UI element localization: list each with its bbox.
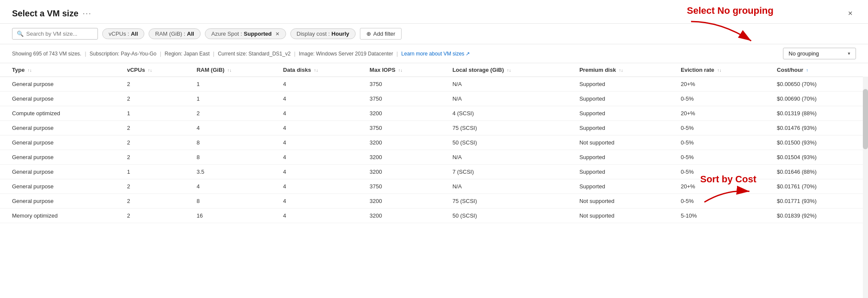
sep3: | [213,51,214,57]
cell-cost-hour: $0.01646 (88%) [774,165,868,179]
cell-type: General purpose [0,92,124,106]
cell-cost-hour: $0.01504 (93%) [774,150,868,165]
table-row[interactable]: Memory optimized2164320050 (SCSI)Not sup… [0,209,868,223]
cell-max-iops: 3750 [366,77,449,92]
vm-table-container: Type ↑↓ vCPUs ↑↓ RAM (GiB) ↑↓ Data disks… [0,63,868,298]
filter-pill-vcpus[interactable]: vCPUs : All [102,28,144,39]
cell-data-disks: 4 [280,135,366,150]
search-box[interactable]: 🔍 [12,28,98,40]
cell-max-iops: 3750 [366,92,449,106]
scrollbar-track[interactable] [863,63,868,298]
table-row[interactable]: General purpose2443750N/ASupported20+%$0… [0,179,868,194]
cell-premium-disk: Not supported [576,194,677,209]
learn-more-link[interactable]: Learn more about VM sizes ↗ [401,51,470,57]
cell-local-storage: 75 (SCSI) [449,121,576,135]
col-header-eviction-rate[interactable]: Eviction rate ↑↓ [677,63,774,77]
cell-eviction-rate: 0-5% [677,121,774,135]
cell-eviction-rate: 0-5% [677,194,774,209]
add-filter-button[interactable]: ⊕ Add filter [360,28,402,40]
cell-ram: 8 [193,135,280,150]
cell-premium-disk: Supported [576,92,677,106]
cell-premium-disk: Supported [576,77,677,92]
table-row[interactable]: General purpose13.5432007 (SCSI)Supporte… [0,165,868,179]
grouping-select[interactable]: No grouping ▾ [783,48,856,59]
col-header-type[interactable]: Type ↑↓ [0,63,124,77]
cell-vcpus: 1 [124,165,193,179]
table-row[interactable]: General purpose284320050 (SCSI)Not suppo… [0,135,868,150]
cell-vcpus: 1 [124,106,193,121]
cell-cost-hour: $0.01761 (70%) [774,179,868,194]
cell-ram: 4 [193,179,280,194]
pill-ram-key: RAM (GiB) : [155,31,185,37]
cell-ram: 8 [193,194,280,209]
sort-icon-premium-disk: ↑↓ [619,68,623,73]
col-header-premium-disk[interactable]: Premium disk ↑↓ [576,63,677,77]
filter-pill-display-cost[interactable]: Display cost : Hourly [290,28,356,39]
grouping-label: No grouping [789,50,819,57]
col-header-local-storage[interactable]: Local storage (GiB) ↑↓ [449,63,576,77]
cell-premium-disk: Supported [576,150,677,165]
table-row[interactable]: General purpose244375075 (SCSI)Supported… [0,121,868,135]
search-input[interactable] [26,31,93,37]
cell-ram: 2 [193,106,280,121]
col-header-max-iops[interactable]: Max IOPS ↑↓ [366,63,449,77]
table-row[interactable]: General purpose2843200N/ASupported0-5%$0… [0,150,868,165]
filter-pill-azure-spot[interactable]: Azure Spot : Supported ✕ [205,28,286,39]
cell-max-iops: 3200 [366,150,449,165]
table-row[interactable]: General purpose2143750N/ASupported20+%$0… [0,77,868,92]
cell-type: General purpose [0,150,124,165]
sep5: | [396,51,398,57]
cell-data-disks: 4 [280,179,366,194]
title-row: Select a VM size ··· [12,9,92,18]
sort-icon-local-storage: ↑↓ [507,68,511,73]
cell-type: Memory optimized [0,209,124,223]
cell-ram: 1 [193,77,280,92]
cell-premium-disk: Supported [576,106,677,121]
sep4: | [294,51,295,57]
table-header-row: Type ↑↓ vCPUs ↑↓ RAM (GiB) ↑↓ Data disks… [0,63,868,77]
sort-icon-type: ↑↓ [27,68,32,73]
cell-data-disks: 4 [280,106,366,121]
vm-size-panel: Select a VM size ··· × Select No groupin… [0,0,868,298]
cell-eviction-rate: 20+% [677,106,774,121]
info-image: Image: Windows Server 2019 Datacenter [299,51,393,57]
cell-data-disks: 4 [280,150,366,165]
col-header-vcpus[interactable]: vCPUs ↑↓ [124,63,193,77]
cell-local-storage: N/A [449,77,576,92]
sort-icon-eviction-rate: ↑↓ [717,68,722,73]
cell-vcpus: 2 [124,194,193,209]
cell-type: General purpose [0,194,124,209]
cell-ram: 1 [193,92,280,106]
cell-local-storage: 75 (SCSI) [449,194,576,209]
panel-dots-menu[interactable]: ··· [83,9,92,18]
cell-type: General purpose [0,135,124,150]
cell-max-iops: 3200 [366,209,449,223]
col-header-ram[interactable]: RAM (GiB) ↑↓ [193,63,280,77]
cell-type: General purpose [0,179,124,194]
col-header-cost-hour[interactable]: Cost/hour ↑ [774,63,868,77]
info-bar: Showing 695 of 743 VM sizes. | Subscript… [0,44,868,63]
cell-type: General purpose [0,77,124,92]
cell-data-disks: 4 [280,77,366,92]
table-row[interactable]: General purpose284320075 (SCSI)Not suppo… [0,194,868,209]
cell-cost-hour: $0.01500 (93%) [774,135,868,150]
cell-local-storage: N/A [449,179,576,194]
table-row[interactable]: General purpose2143750N/ASupported0-5%$0… [0,92,868,106]
pill-spot-remove[interactable]: ✕ [275,31,280,37]
filter-pill-ram[interactable]: RAM (GiB) : All [149,28,201,39]
col-header-data-disks[interactable]: Data disks ↑↓ [280,63,366,77]
cell-max-iops: 3750 [366,179,449,194]
scrollbar-thumb[interactable] [863,89,868,149]
table-row[interactable]: Compute optimized12432004 (SCSI)Supporte… [0,106,868,121]
cell-data-disks: 4 [280,209,366,223]
cell-vcpus: 2 [124,135,193,150]
sort-icon-max-iops: ↑↓ [398,68,402,73]
cell-max-iops: 3750 [366,121,449,135]
pill-vcpus-key: vCPUs : [109,31,129,37]
close-button[interactable]: × [844,8,856,19]
cell-eviction-rate: 0-5% [677,165,774,179]
cell-cost-hour: $0.01319 (88%) [774,106,868,121]
sep2: | [160,51,161,57]
cell-premium-disk: Not supported [576,135,677,150]
cell-cost-hour: $0.00650 (70%) [774,77,868,92]
